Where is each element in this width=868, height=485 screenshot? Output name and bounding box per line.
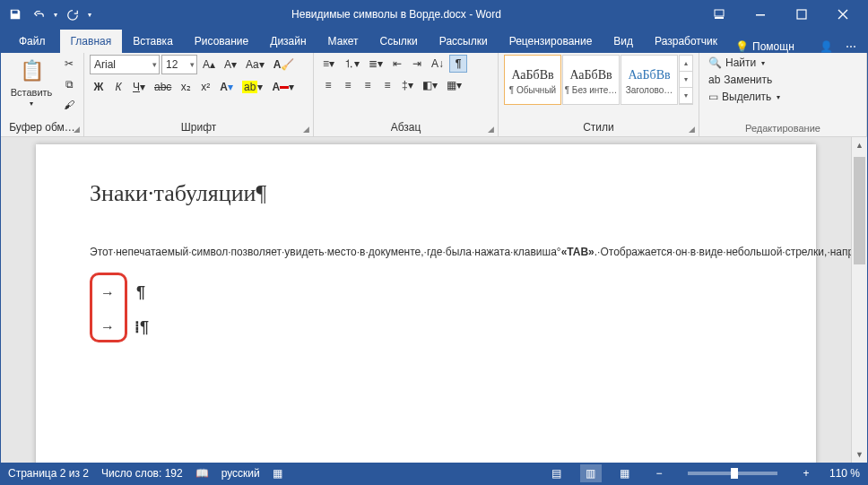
- justify-button[interactable]: ≡: [378, 76, 396, 94]
- copy-button[interactable]: ⧉: [60, 75, 78, 93]
- zoom-in-button[interactable]: +: [795, 464, 817, 482]
- dialog-launcher-icon[interactable]: ◢: [689, 125, 695, 134]
- tab-references[interactable]: Ссылки: [369, 30, 429, 53]
- align-left-button[interactable]: ≡: [319, 76, 337, 94]
- minimize-button[interactable]: [740, 1, 781, 28]
- window-buttons: [699, 1, 864, 28]
- document-area: Знаки·табуляции¶ Этот·непечатаемый·симво…: [1, 137, 867, 463]
- replace-icon: ab: [708, 74, 720, 86]
- superscript-button[interactable]: x²: [196, 78, 214, 96]
- grow-font-button[interactable]: A▴: [199, 56, 219, 74]
- style-normal[interactable]: АаБбВв¶ Обычный: [504, 55, 561, 105]
- tab-mark-icon: →: [100, 319, 115, 335]
- zoom-level[interactable]: 110 %: [829, 467, 860, 480]
- strike-button[interactable]: abc: [151, 78, 175, 96]
- word-count[interactable]: Число слов: 192: [101, 467, 183, 480]
- highlight-button[interactable]: ab▾: [239, 78, 266, 96]
- cursor-pilcrow: ⁞¶: [135, 317, 149, 337]
- scroll-down-icon[interactable]: ▼: [852, 446, 867, 463]
- group-paragraph: ≡▾ ⒈▾ ≣▾ ⇤ ⇥ A↓ ¶ ≡ ≡ ≡ ≡ ‡▾ ◧▾ ▦▾: [314, 53, 499, 136]
- dialog-launcher-icon[interactable]: ◢: [488, 125, 494, 134]
- group-styles: АаБбВв¶ Обычный АаБбВв¶ Без инте… АаБбВв…: [499, 53, 699, 136]
- borders-button[interactable]: ▦▾: [443, 76, 465, 94]
- page-indicator[interactable]: Страница 2 из 2: [8, 467, 89, 480]
- styles-scroll[interactable]: ▴▾▾: [679, 55, 693, 105]
- style-heading1[interactable]: АаБбВвЗаголово…: [621, 55, 678, 105]
- increase-indent-button[interactable]: ⇥: [408, 55, 426, 73]
- find-button[interactable]: 🔍Найти▾: [705, 55, 768, 71]
- search-icon: 🔍: [708, 56, 722, 69]
- italic-button[interactable]: К: [109, 78, 127, 96]
- share-button[interactable]: ⋯: [842, 40, 860, 53]
- sort-button[interactable]: A↓: [428, 55, 447, 73]
- save-button[interactable]: [4, 4, 26, 25]
- tab-file[interactable]: Файл: [4, 30, 60, 53]
- text-effects-button[interactable]: A▾: [216, 78, 237, 96]
- quick-access-toolbar: ▾ ▾: [4, 4, 94, 25]
- font-size-select[interactable]: 12: [161, 55, 197, 74]
- redo-button[interactable]: [62, 4, 83, 25]
- show-marks-button[interactable]: ¶: [449, 55, 467, 73]
- vertical-scrollbar[interactable]: ▲ ▼: [851, 137, 867, 463]
- align-center-button[interactable]: ≡: [339, 76, 357, 94]
- tab-layout[interactable]: Макет: [317, 30, 369, 53]
- tell-me[interactable]: 💡Помощн: [735, 40, 794, 53]
- multilevel-button[interactable]: ≣▾: [365, 55, 386, 73]
- account-icon[interactable]: 👤: [817, 40, 835, 53]
- align-right-button[interactable]: ≡: [359, 76, 377, 94]
- macro-icon[interactable]: ▦: [273, 467, 282, 480]
- undo-button[interactable]: [28, 4, 49, 25]
- font-name-select[interactable]: Arial: [90, 55, 160, 74]
- web-layout-button[interactable]: ▦: [614, 464, 636, 482]
- tab-home[interactable]: Главная: [60, 30, 123, 53]
- line-spacing-button[interactable]: ‡▾: [398, 76, 417, 94]
- language-indicator[interactable]: русский: [221, 467, 260, 480]
- decrease-indent-button[interactable]: ⇤: [388, 55, 406, 73]
- print-layout-button[interactable]: ▥: [580, 464, 602, 482]
- svg-rect-1: [715, 10, 724, 16]
- qat-customize[interactable]: ▾: [85, 4, 94, 25]
- annotation: → → ¶ ⁞¶: [90, 273, 152, 342]
- change-case-button[interactable]: Aa▾: [242, 56, 268, 74]
- numbering-button[interactable]: ⒈▾: [340, 55, 363, 73]
- undo-dropdown[interactable]: ▾: [51, 4, 60, 25]
- tab-draw[interactable]: Рисование: [184, 30, 259, 53]
- status-bar: Страница 2 из 2 Число слов: 192 📖 русски…: [1, 463, 867, 484]
- tab-insert[interactable]: Вставка: [122, 30, 184, 53]
- bold-button[interactable]: Ж: [90, 78, 108, 96]
- subscript-button[interactable]: x₂: [177, 78, 195, 96]
- group-font: Arial 12 A▴ A▾ Aa▾ A🧹 Ж К Ч▾ abc x₂ x² A…: [84, 53, 314, 136]
- zoom-slider[interactable]: [688, 472, 777, 475]
- shrink-font-button[interactable]: A▾: [221, 56, 240, 74]
- bullets-button[interactable]: ≡▾: [319, 55, 338, 73]
- tab-developer[interactable]: Разработчик: [644, 30, 728, 53]
- replace-button[interactable]: abЗаменить: [705, 72, 776, 88]
- tab-design[interactable]: Дизайн: [259, 30, 317, 53]
- read-mode-button[interactable]: ▤: [546, 464, 568, 482]
- close-button[interactable]: [822, 1, 864, 28]
- scroll-up-icon[interactable]: ▲: [852, 137, 867, 153]
- select-button[interactable]: ▭Выделить▾: [705, 89, 784, 105]
- maximize-button[interactable]: [781, 1, 822, 28]
- tab-view[interactable]: Вид: [603, 30, 644, 53]
- tab-mark-icon: →: [100, 285, 115, 301]
- clear-formatting-button[interactable]: A🧹: [270, 56, 299, 74]
- page[interactable]: Знаки·табуляции¶ Этот·непечатаемый·симво…: [36, 144, 816, 463]
- ribbon-options-button[interactable]: [699, 1, 740, 28]
- format-painter-button[interactable]: 🖌: [60, 96, 78, 114]
- font-color-button[interactable]: A▾: [268, 78, 298, 96]
- cut-button[interactable]: ✂: [60, 55, 78, 73]
- tab-review[interactable]: Рецензирование: [499, 30, 603, 53]
- style-nospacing[interactable]: АаБбВв¶ Без инте…: [562, 55, 620, 105]
- spell-check-icon[interactable]: 📖: [195, 467, 209, 480]
- shading-button[interactable]: ◧▾: [419, 76, 441, 94]
- titlebar: ▾ ▾ Невидимые символы в Ворде.docx - Wor…: [1, 1, 867, 28]
- dialog-launcher-icon[interactable]: ◢: [303, 125, 309, 134]
- paste-button[interactable]: 📋 Вставить ▾: [6, 55, 56, 109]
- body-text: Этот·непечатаемый·символ·позволяет·увиде…: [90, 221, 762, 262]
- underline-button[interactable]: Ч▾: [129, 78, 149, 96]
- zoom-out-button[interactable]: −: [648, 464, 670, 482]
- tab-mailings[interactable]: Рассылки: [429, 30, 499, 53]
- dialog-launcher-icon[interactable]: ◢: [74, 125, 80, 134]
- scroll-thumb[interactable]: [854, 157, 865, 264]
